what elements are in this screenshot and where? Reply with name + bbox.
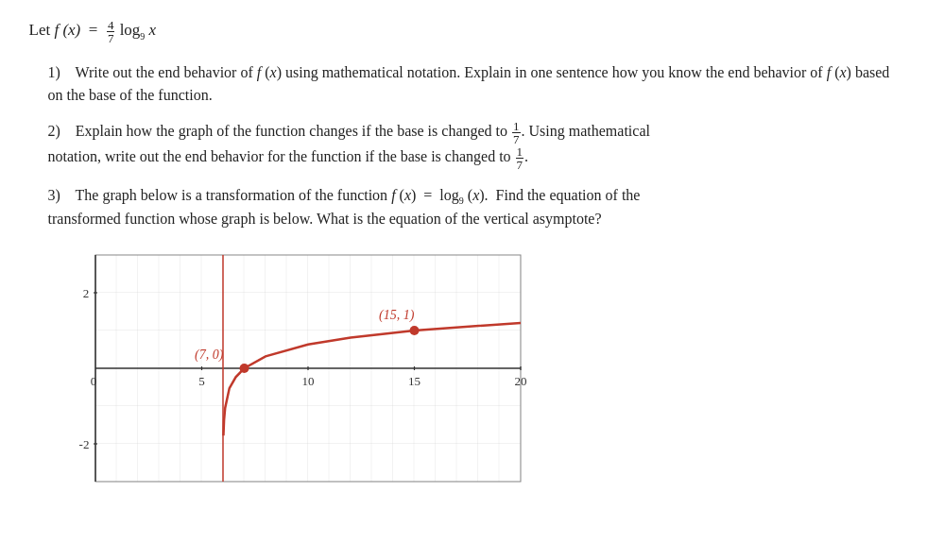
- main-content: Let f (x) = 4 7 log9 x 1) Write out the …: [29, 19, 899, 491]
- x-label-0: 0: [90, 374, 96, 388]
- problem-1-number: 1): [48, 64, 72, 80]
- problem-3-text: The graph below is a transformation of t…: [48, 187, 641, 227]
- fraction-numerator: 4: [107, 19, 115, 32]
- fraction-one-seventh-2: 1 7: [516, 145, 524, 171]
- graph-svg: 0 5 10 15 20 2 -2 (7, 0) (15: [58, 246, 540, 491]
- coefficient-fraction: 4 7: [107, 19, 115, 44]
- point-15-1: [409, 326, 419, 335]
- point-7-0: [239, 364, 249, 373]
- fraction-one-seventh-1: 1 7: [512, 120, 521, 145]
- problem-3-number: 3): [48, 187, 72, 203]
- point-15-1-label: (15, 1): [379, 308, 415, 323]
- graph-container: 0 5 10 15 20 2 -2 (7, 0) (15: [58, 246, 540, 491]
- x-label-15: 15: [408, 374, 421, 388]
- problem-3: 3) The graph below is a transformation o…: [29, 184, 899, 230]
- function-definition: Let f (x) = 4 7 log9 x: [29, 19, 899, 44]
- y-label-2: 2: [82, 286, 89, 300]
- problem-2-number: 2): [48, 123, 72, 139]
- x-label-5: 5: [198, 374, 205, 388]
- function-notation: f (x): [54, 21, 80, 39]
- problem-2: 2) Explain how the graph of the function…: [29, 120, 899, 171]
- y-label-neg2: -2: [78, 437, 89, 451]
- problem-1-text: Write out the end behavior of f (x) usin…: [48, 64, 890, 103]
- problem-1: 1) Write out the end behavior of f (x) u…: [29, 61, 899, 107]
- point-7-0-label: (7, 0): [195, 348, 224, 363]
- x-label-10: 10: [301, 374, 314, 388]
- x-label-20: 20: [514, 374, 526, 388]
- problem-2-text: Explain how the graph of the function ch…: [48, 123, 650, 164]
- fraction-denominator: 7: [107, 32, 115, 44]
